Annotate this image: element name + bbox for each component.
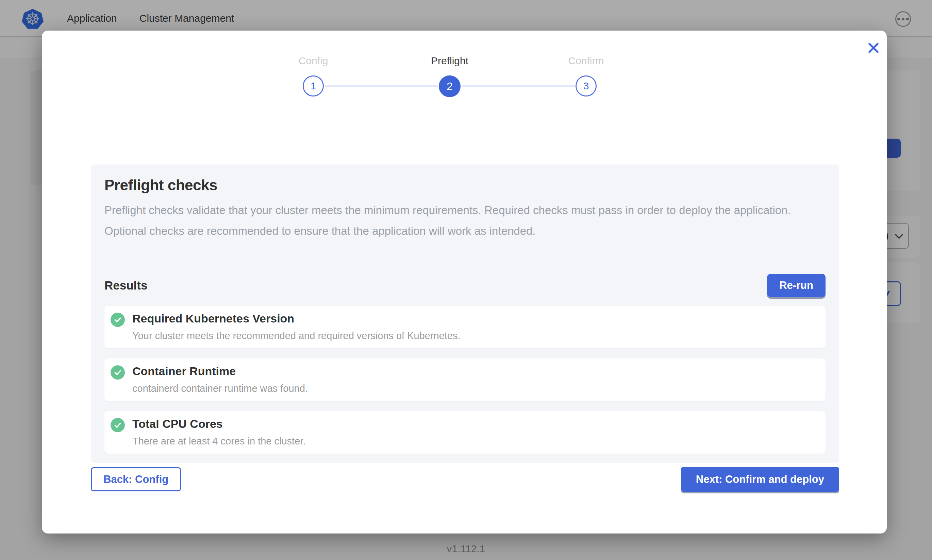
stepper-connector [461,85,575,87]
check-results-list: Required Kubernetes Version Your cluster… [105,306,826,454]
check-message: There are at least 4 cores in the cluste… [132,435,306,447]
step-label: Confirm [535,55,637,66]
step-label: Preflight [399,55,501,66]
check-title: Total CPU Cores [132,417,306,431]
step-circle: 1 [303,75,324,97]
step-circle: 3 [576,75,597,97]
next-confirm-deploy-button[interactable]: Next: Confirm and deploy [681,467,839,492]
check-result-row: Required Kubernetes Version Your cluster… [105,306,826,348]
check-message: Your cluster meets the recommended and r… [132,330,461,342]
check-pass-icon [111,365,125,380]
page-title: Preflight checks [105,177,826,194]
step-config[interactable]: Config 1 [262,55,364,97]
check-message: containerd container runtime was found. [132,383,308,394]
step-circle: 2 [439,75,461,97]
step-preflight[interactable]: Preflight 2 [399,55,501,97]
check-result-row: Container Runtime containerd container r… [105,358,826,401]
preflight-card: Preflight checks Preflight checks valida… [91,165,839,463]
preflight-modal: Config 1 Preflight 2 Confirm 3 Preflight… [42,31,887,534]
check-title: Required Kubernetes Version [132,312,461,325]
check-title: Container Runtime [132,365,308,378]
check-result-row: Total CPU Cores There are at least 4 cor… [105,411,826,454]
check-pass-icon [111,312,125,327]
check-pass-icon [111,418,125,432]
results-heading: Results [105,278,147,292]
rerun-button[interactable]: Re-run [767,274,826,297]
close-icon[interactable] [865,39,882,56]
preflight-description: Preflight checks validate that your clus… [105,200,826,241]
step-confirm[interactable]: Confirm 3 [535,55,637,97]
back-config-button[interactable]: Back: Config [91,467,181,491]
stepper-connector [325,85,438,87]
step-label: Config [262,55,364,66]
